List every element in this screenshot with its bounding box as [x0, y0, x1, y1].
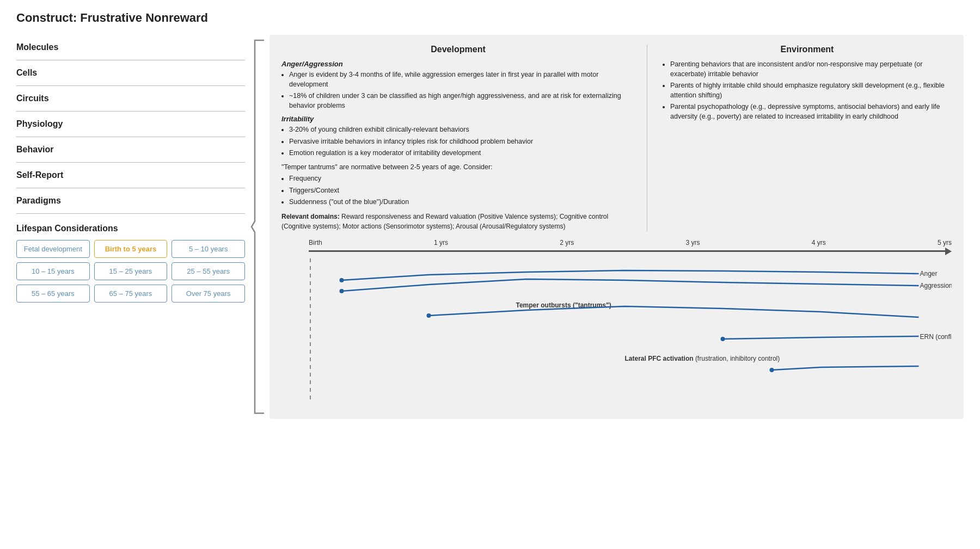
chart-svg: Anger Aggression Temper outbursts ("tant… [309, 258, 952, 400]
svg-point-7 [427, 313, 431, 318]
temper-text: "Temper tantrums" are normative between … [281, 163, 635, 172]
temper-bullet-3: Suddenness ("out of the blue")/Duration [289, 198, 635, 207]
sidebar-item-cells: Cells [16, 60, 245, 86]
anger-aggression-section: Anger/Aggression Anger is evident by 3-4… [281, 60, 635, 110]
lifespan-btn-4[interactable]: 15 – 25 years [94, 262, 168, 280]
lifespan-btn-3[interactable]: 10 – 15 years [16, 262, 90, 280]
lifespan-btn-2[interactable]: 5 – 10 years [171, 240, 245, 258]
development-column: Development Anger/Aggression Anger is ev… [281, 45, 647, 231]
axis-label-birth: Birth [309, 239, 322, 246]
svg-point-6 [340, 289, 344, 293]
irr-bullet-1: 3-20% of young children exhibit clinical… [289, 125, 635, 135]
axis-label-5yr: 5 yrs [938, 239, 952, 246]
bracket-icon [250, 35, 267, 419]
panel-top: Development Anger/Aggression Anger is ev… [281, 45, 952, 231]
lifespan-btn-1[interactable]: Birth to 5 years [94, 240, 168, 258]
sidebar: MoleculesCellsCircuitsPhysiologyBehavior… [16, 35, 245, 303]
dev-title: Development [281, 45, 635, 54]
content-panel: Development Anger/Aggression Anger is ev… [270, 35, 964, 419]
env-bullet-3: Parental psychopathology (e.g., depressi… [670, 102, 952, 121]
sidebar-item-molecules: Molecules [16, 35, 245, 60]
temper-bullet-2: Triggers/Context [289, 186, 635, 196]
env-bullets: Parenting behaviors that are inconsisten… [663, 60, 952, 121]
axis-line-container [281, 248, 952, 255]
env-title: Environment [663, 45, 952, 54]
svg-text:ERN (conflict monitoring): ERN (conflict monitoring) [920, 333, 952, 341]
temper-bullet-1: Frequency [289, 174, 635, 184]
anger-bullet-2: ~18% of children under 3 can be classifi… [289, 91, 635, 110]
sidebar-item-paradigms: Paradigms [16, 188, 245, 214]
env-bullet-2: Parents of highly irritable child should… [670, 81, 952, 100]
svg-point-5 [340, 278, 344, 282]
env-bullet-1: Parenting behaviors that are inconsisten… [670, 60, 952, 79]
anger-subtitle: Anger/Aggression [281, 60, 635, 68]
axis-label-4yr: 4 yrs [812, 239, 826, 246]
relevant-domains: Relevant domains: Reward responsiveness … [281, 212, 635, 231]
axis-label-3yr: 3 yrs [685, 239, 700, 246]
dashed-vertical-line [310, 258, 311, 402]
axis-label-1yr: 1 yrs [434, 239, 448, 246]
svg-point-9 [770, 368, 774, 372]
irr-bullet-2: Pervasive irritable behaviors in infancy… [289, 137, 635, 147]
temper-section: "Temper tantrums" are normative between … [281, 163, 635, 207]
lifespan-btn-5[interactable]: 25 – 55 years [171, 262, 245, 280]
lifespan-btn-0[interactable]: Fetal development [16, 240, 90, 258]
axis-label-2yr: 2 yrs [560, 239, 574, 246]
temper-bullets: Frequency Triggers/Context Suddenness ("… [281, 174, 635, 207]
environment-column: Environment Parenting behaviors that are… [658, 45, 952, 231]
page-title: Construct: Frustrative Nonreward [16, 11, 964, 25]
irritability-subtitle: Irritability [281, 115, 635, 123]
sidebar-item-self-report: Self-Report [16, 163, 245, 188]
chart-container: Anger Aggression Temper outbursts ("tant… [281, 258, 952, 402]
sidebar-item-circuits: Circuits [16, 86, 245, 112]
irritability-bullets: 3-20% of young children exhibit clinical… [281, 125, 635, 158]
anger-bullets: Anger is evident by 3-4 months of life, … [281, 70, 635, 110]
irritability-section: Irritability 3-20% of young children exh… [281, 115, 635, 158]
sidebar-item-physiology: Physiology [16, 112, 245, 137]
sidebar-item-behavior: Behavior [16, 137, 245, 163]
anger-bullet-1: Anger is evident by 3-4 months of life, … [289, 70, 635, 89]
axis-labels: Birth 1 yrs 2 yrs 3 yrs 4 yrs 5 yrs [281, 239, 952, 246]
lifespan-btn-6[interactable]: 55 – 65 years [16, 285, 90, 303]
timeline-area: Birth 1 yrs 2 yrs 3 yrs 4 yrs 5 yrs [281, 239, 952, 407]
lifespan-title: Lifespan Considerations [16, 224, 245, 233]
lifespan-btn-8[interactable]: Over 75 years [171, 285, 245, 303]
irr-bullet-3: Emotion regulation is a key moderator of… [289, 149, 635, 158]
svg-text:Aggression: Aggression [920, 282, 952, 289]
relevant-label: Relevant domains: [281, 213, 340, 220]
svg-text:Anger: Anger [920, 270, 938, 277]
axis-arrow [945, 248, 952, 255]
lifespan-section: Lifespan Considerations Fetal developmen… [16, 224, 245, 303]
lifespan-btn-7[interactable]: 65 – 75 years [94, 285, 168, 303]
axis-line [309, 250, 945, 252]
svg-point-8 [721, 337, 725, 341]
svg-text:Lateral PFC activation (frustr: Lateral PFC activation (frustration, inh… [625, 355, 780, 362]
